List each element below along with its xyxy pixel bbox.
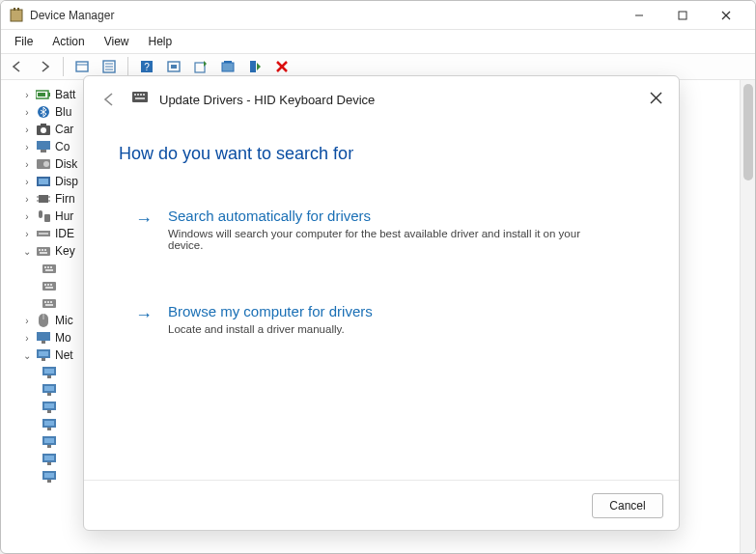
network-icon <box>42 382 57 398</box>
svg-rect-36 <box>39 195 48 203</box>
keyboard-device-icon <box>132 92 148 107</box>
svg-rect-74 <box>47 375 51 378</box>
option-search-automatically[interactable]: → Search automatically for drivers Windo… <box>119 191 644 269</box>
close-button[interactable] <box>704 2 747 29</box>
svg-rect-25 <box>38 93 45 97</box>
monitor-icon <box>36 330 51 346</box>
tree-label: Batt <box>55 88 75 101</box>
svg-rect-45 <box>37 247 50 256</box>
tree-label: Disk <box>55 157 77 171</box>
tree-label: Mo <box>55 331 71 345</box>
ide-icon <box>36 226 51 241</box>
battery-icon <box>36 87 51 102</box>
svg-rect-57 <box>47 284 49 286</box>
toolbar-scan-button[interactable] <box>163 56 184 77</box>
minimize-button[interactable] <box>617 2 660 29</box>
menu-view[interactable]: View <box>97 33 137 50</box>
svg-rect-68 <box>42 341 45 344</box>
svg-rect-76 <box>44 386 54 391</box>
tree-label: IDE <box>55 227 74 240</box>
svg-rect-20 <box>250 61 256 72</box>
toolbar-help-button[interactable]: ? <box>136 56 157 77</box>
titlebar: Device Manager <box>1 1 755 30</box>
svg-rect-80 <box>47 410 51 413</box>
svg-rect-82 <box>44 421 54 426</box>
keyboard-icon <box>42 278 57 293</box>
toolbar-uninstall-button[interactable] <box>217 56 238 77</box>
svg-rect-60 <box>42 299 56 308</box>
svg-rect-70 <box>39 351 48 356</box>
svg-rect-35 <box>39 179 48 184</box>
camera-icon <box>36 122 51 137</box>
option-browse-computer[interactable]: → Browse my computer for drivers Locate … <box>119 287 644 353</box>
scrollbar-thumb[interactable] <box>743 84 753 180</box>
svg-rect-67 <box>37 332 50 341</box>
toolbar-separator <box>63 57 64 76</box>
svg-rect-91 <box>44 473 54 478</box>
toolbar-show-hidden-button[interactable] <box>71 56 93 77</box>
dialog-body: How do you want to search for → Search a… <box>84 123 679 480</box>
svg-rect-47 <box>42 249 43 251</box>
svg-rect-96 <box>140 94 142 96</box>
svg-rect-46 <box>39 249 41 251</box>
update-driver-dialog: Update Drivers - HID Keyboard Device How… <box>83 75 680 531</box>
svg-rect-71 <box>42 358 45 361</box>
option-title: Browse my computer for drivers <box>168 303 373 319</box>
svg-rect-18 <box>222 63 234 71</box>
svg-rect-7 <box>76 62 88 71</box>
svg-rect-49 <box>40 252 47 254</box>
svg-rect-63 <box>50 301 52 303</box>
svg-rect-79 <box>44 403 54 408</box>
svg-rect-44 <box>39 233 48 235</box>
svg-rect-97 <box>143 94 145 96</box>
dialog-footer: Cancel <box>84 480 679 530</box>
maximize-button[interactable] <box>660 2 704 29</box>
svg-rect-92 <box>47 480 51 483</box>
toolbar-separator <box>127 57 128 76</box>
computer-icon <box>36 139 51 154</box>
svg-rect-50 <box>42 264 56 273</box>
tree-label: Co <box>55 140 70 153</box>
bluetooth-icon <box>36 104 51 120</box>
toolbar-disable-button[interactable] <box>271 56 293 77</box>
menu-action[interactable]: Action <box>44 33 92 50</box>
network-icon <box>42 365 57 380</box>
svg-rect-53 <box>50 266 52 268</box>
vertical-scrollbar[interactable] <box>740 80 755 553</box>
option-description: Windows will search your computer for th… <box>168 228 593 251</box>
dialog-heading: How do you want to search for <box>119 144 644 164</box>
disk-icon <box>36 156 51 172</box>
toolbar-properties-button[interactable] <box>98 56 120 77</box>
network-icon <box>42 417 57 432</box>
network-icon <box>42 452 57 467</box>
toolbar-update-driver-button[interactable] <box>190 56 211 77</box>
svg-rect-52 <box>47 266 49 268</box>
svg-rect-58 <box>50 284 52 286</box>
dialog-header: Update Drivers - HID Keyboard Device <box>84 76 679 123</box>
dialog-close-button[interactable] <box>642 84 669 111</box>
menubar: File Action View Help <box>1 30 755 53</box>
hid-icon <box>36 208 51 224</box>
dialog-back-button[interactable] <box>98 88 121 111</box>
svg-point-33 <box>43 161 49 167</box>
network-icon <box>42 434 57 450</box>
svg-rect-29 <box>41 124 46 126</box>
menu-file[interactable]: File <box>7 33 41 50</box>
dialog-title: Update Drivers - HID Keyboard Device <box>159 93 375 107</box>
network-icon <box>36 347 51 363</box>
svg-rect-1 <box>14 8 15 11</box>
toolbar-back-button[interactable] <box>7 56 28 77</box>
menu-help[interactable]: Help <box>141 33 181 50</box>
toolbar-enable-button[interactable] <box>244 56 266 77</box>
cancel-button[interactable]: Cancel <box>592 493 663 518</box>
toolbar-forward-button[interactable] <box>34 56 55 77</box>
svg-rect-41 <box>39 210 42 218</box>
svg-rect-51 <box>44 266 46 268</box>
tree-label: Car <box>55 123 73 136</box>
svg-rect-54 <box>45 269 53 271</box>
keyboard-icon <box>36 243 51 259</box>
keyboard-icon <box>42 295 57 311</box>
firmware-icon <box>36 191 51 207</box>
svg-rect-59 <box>45 287 53 289</box>
window-title: Device Manager <box>30 9 114 22</box>
